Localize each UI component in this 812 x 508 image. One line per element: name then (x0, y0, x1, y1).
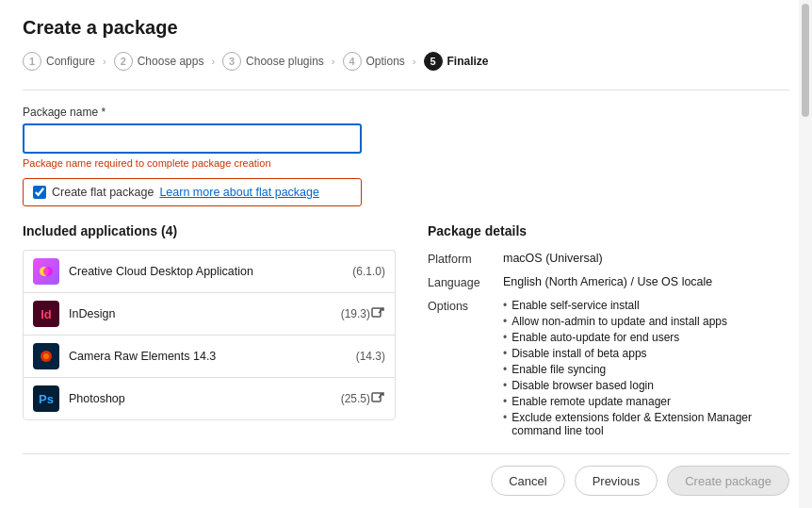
flat-package-link[interactable]: Learn more about flat package (159, 186, 319, 199)
list-item: Exclude extensions folder & Extension Ma… (503, 411, 789, 437)
list-item: Ps Photoshop (25.5) (23, 377, 396, 420)
app-version: (25.5) (341, 392, 370, 405)
app-version: (19.3) (341, 307, 370, 320)
camera-raw-icon (33, 343, 59, 369)
flat-package-label: Create flat package (52, 186, 154, 199)
divider (23, 90, 789, 90)
language-row: Language English (North America) / Use O… (428, 275, 789, 289)
external-link-icon[interactable] (370, 391, 385, 406)
flat-package-checkbox[interactable] (33, 186, 46, 199)
list-item: Camera Raw Elements 14.3 (14.3) (23, 335, 396, 377)
step-3: 3 Choose plugins (222, 52, 324, 71)
language-value: English (North America) / Use OS locale (503, 275, 712, 288)
app-name: Camera Raw Elements 14.3 (69, 350, 352, 363)
stepper: 1 Configure › 2 Choose apps › 3 Choose p… (23, 52, 789, 71)
options-list: Enable self-service install Allow non-ad… (503, 299, 789, 437)
language-key: Language (428, 275, 503, 289)
cc-icon (33, 258, 59, 285)
package-name-input[interactable] (23, 123, 362, 154)
content-area: Included applications (4) Creative Cloud… (23, 223, 789, 450)
external-link-icon[interactable] (370, 306, 385, 321)
platform-value: macOS (Universal) (503, 252, 603, 265)
options-value: Enable self-service install Allow non-ad… (503, 299, 789, 440)
package-details-title: Package details (428, 223, 789, 238)
page-title: Create a package (23, 17, 789, 39)
platform-key: Platform (428, 252, 503, 266)
scroll-thumb (802, 4, 809, 117)
step-1-label: Configure (46, 55, 95, 68)
app-name: Creative Cloud Desktop Application (69, 265, 349, 278)
svg-point-4 (43, 353, 49, 359)
step-2-circle: 2 (114, 52, 133, 71)
step-1: 1 Configure (23, 52, 95, 71)
package-name-hint: Package name required to complete packag… (23, 157, 789, 169)
step-2-label: Choose apps (138, 55, 204, 68)
step-3-label: Choose plugins (246, 55, 324, 68)
list-item: Allow non-admin to update and install ap… (503, 315, 789, 328)
svg-point-1 (43, 267, 53, 276)
step-4-circle: 4 (343, 52, 362, 71)
list-item: Enable remote update manager (503, 395, 789, 408)
cancel-button[interactable]: Cancel (491, 466, 564, 496)
right-panel: Package details Platform macOS (Universa… (418, 223, 789, 450)
list-item: Disable install of beta apps (503, 347, 789, 360)
details-table: Platform macOS (Universal) Language Engl… (428, 252, 789, 440)
app-version: (6.1.0) (352, 265, 385, 278)
list-item: Enable auto-update for end users (503, 331, 789, 344)
list-item: Enable file syncing (503, 363, 789, 376)
options-key: Options (428, 299, 503, 313)
footer: Cancel Previous Create package (23, 453, 789, 508)
step-5-circle: 5 (424, 52, 443, 71)
previous-button[interactable]: Previous (575, 466, 658, 496)
app-name: InDesign (69, 307, 337, 320)
step-4: 4 Options (343, 52, 405, 71)
app-list: Creative Cloud Desktop Application (6.1.… (23, 250, 396, 420)
included-apps-title: Included applications (4) (23, 223, 396, 238)
arrow-3: › (332, 56, 335, 67)
package-name-label: Package name * (23, 106, 789, 119)
flat-package-row: Create flat package Learn more about fla… (23, 178, 362, 206)
options-row: Options Enable self-service install Allo… (428, 299, 789, 440)
arrow-2: › (211, 56, 215, 67)
list-item: Creative Cloud Desktop Application (6.1.… (23, 250, 396, 292)
ps-icon: Ps (33, 385, 59, 412)
step-1-circle: 1 (23, 52, 41, 71)
list-item: Disable browser based login (503, 379, 789, 392)
package-name-field: Package name * Package name required to … (23, 106, 789, 178)
step-5: 5 Finalize (424, 52, 489, 71)
step-5-label: Finalize (447, 55, 489, 68)
scrollbar[interactable] (799, 0, 812, 508)
arrow-4: › (413, 56, 416, 67)
left-panel: Included applications (4) Creative Cloud… (23, 223, 418, 450)
id-icon: Id (33, 301, 59, 327)
platform-row: Platform macOS (Universal) (428, 252, 789, 266)
step-3-circle: 3 (222, 52, 241, 71)
step-4-label: Options (366, 55, 405, 68)
app-version: (14.3) (356, 350, 385, 363)
app-name: Photoshop (69, 392, 337, 405)
step-2: 2 Choose apps (114, 52, 204, 71)
arrow-1: › (103, 56, 106, 67)
list-item: Enable self-service install (503, 299, 789, 312)
list-item: Id InDesign (19.3) (23, 292, 396, 335)
main-container: Create a package 1 Configure › 2 Choose … (0, 0, 812, 508)
create-package-button[interactable]: Create package (667, 466, 789, 496)
